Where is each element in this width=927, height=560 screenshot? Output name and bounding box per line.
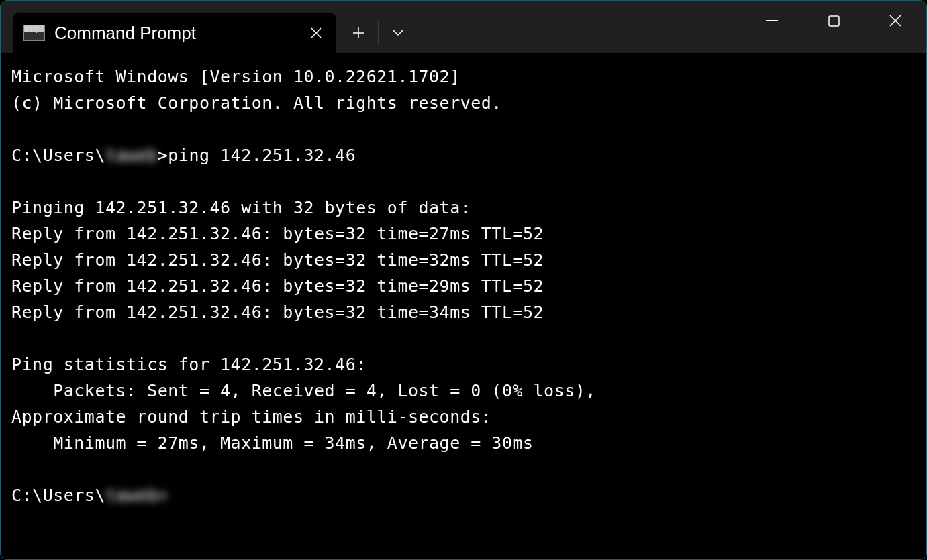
- stats-rtt: Minimum = 27ms, Maximum = 34ms, Average …: [11, 433, 534, 453]
- cmd-icon: C:\_: [23, 25, 45, 41]
- minimize-button[interactable]: [741, 1, 803, 41]
- ping-reply: Reply from 142.251.32.46: bytes=32 time=…: [11, 302, 544, 322]
- tab-title: Command Prompt: [54, 23, 303, 44]
- active-tab[interactable]: C:\_ Command Prompt: [13, 13, 336, 53]
- new-tab-button[interactable]: [339, 13, 378, 52]
- tab-controls: [339, 13, 418, 53]
- terminal-output[interactable]: Microsoft Windows [Version 10.0.22621.17…: [1, 53, 926, 519]
- close-window-button[interactable]: [865, 1, 926, 41]
- svg-rect-1: [829, 16, 839, 26]
- prompt-path: C:\Users\: [11, 486, 105, 505]
- banner-line: Microsoft Windows [Version 10.0.22621.17…: [11, 67, 460, 87]
- svg-rect-0: [766, 20, 778, 21]
- maximize-icon: [828, 15, 840, 27]
- close-tab-button[interactable]: [303, 19, 330, 46]
- stats-rtt-header: Approximate round trip times in milli-se…: [11, 407, 491, 427]
- maximize-button[interactable]: [803, 1, 865, 41]
- ping-reply: Reply from 142.251.32.46: bytes=32 time=…: [11, 224, 544, 243]
- ping-header: Pinging 142.251.32.46 with 32 bytes of d…: [11, 198, 471, 217]
- command-text: ping 142.251.32.46: [168, 146, 356, 165]
- titlebar: C:\_ Command Prompt: [1, 1, 926, 53]
- banner-line: (c) Microsoft Corporation. All rights re…: [11, 93, 502, 113]
- ping-reply: Reply from 142.251.32.46: bytes=32 time=…: [11, 250, 544, 270]
- plus-icon: [352, 27, 364, 39]
- ping-reply: Reply from 142.251.32.46: bytes=32 time=…: [11, 276, 544, 296]
- close-icon: [889, 15, 901, 27]
- stats-header: Ping statistics for 142.251.32.46:: [11, 355, 367, 374]
- prompt-path: C:\Users\: [11, 146, 105, 165]
- close-icon: [311, 27, 322, 38]
- prompt-user-redacted: taweb>: [105, 482, 168, 508]
- stats-packets: Packets: Sent = 4, Received = 4, Lost = …: [11, 381, 596, 400]
- minimize-icon: [766, 20, 778, 21]
- window-controls: [741, 1, 926, 41]
- chevron-down-icon: [393, 30, 403, 36]
- prompt-suffix: >: [158, 146, 168, 165]
- prompt-user-redacted: taweb: [105, 142, 158, 168]
- tab-dropdown-button[interactable]: [379, 13, 418, 52]
